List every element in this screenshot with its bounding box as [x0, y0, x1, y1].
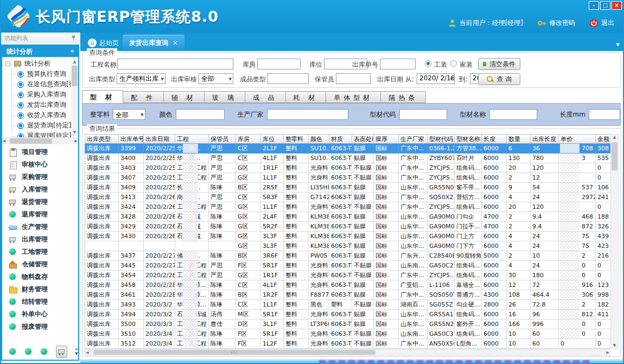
close-button[interactable]: ×: [612, 1, 622, 10]
green-dot-icon[interactable]: [40, 348, 48, 356]
tree-item[interactable]: 发货出库查询: [2, 100, 78, 110]
scrollbar-thumb[interactable]: [612, 142, 617, 170]
tree-item[interactable]: 预算执行查询: [2, 69, 78, 79]
column-header[interactable]: 膜厚: [374, 135, 399, 144]
material-tab[interactable]: 配 件: [123, 91, 164, 103]
tree-item[interactable]: 在途信息查询[待定]: [2, 79, 78, 90]
table-row[interactable]: 调拨出库34282020/2/26石 城陈琳G区2L4F整料KLM3817606…: [85, 212, 611, 222]
column-header[interactable]: 生产厂家: [399, 135, 428, 144]
column-header[interactable]: 保管员: [209, 135, 236, 144]
table-horizontal-scrollbar[interactable]: ◀ ▶: [85, 349, 610, 356]
material-tab[interactable]: 隔热条: [381, 91, 426, 103]
sidebar-item-财务管理[interactable]: 财务管理: [2, 283, 78, 296]
filter-input[interactable]: [399, 109, 447, 120]
warehouse-input[interactable]: [257, 59, 301, 69]
keeper-input[interactable]: [336, 73, 371, 84]
sidebar-item-出库管理[interactable]: 出库管理: [2, 233, 78, 246]
table-row[interactable]: 调拨出库35002020/3/3工 共工程曹佳D区3L1F整料LT3P60606…: [85, 320, 611, 329]
change-password-button[interactable]: 修改密码: [537, 18, 575, 28]
table-row[interactable]: 调拨出库34002020/2/25华 原...严思C区4L1F整料SU10...…: [85, 154, 611, 163]
radio-jiazhuang[interactable]: [450, 60, 457, 67]
table-row[interactable]: 调拨出库34302020/2/26石 城陈琳G区3L3F整料KLM3817606…: [85, 232, 611, 241]
column-header[interactable]: 金额: [596, 135, 611, 144]
tree-horizontal-scrollbar[interactable]: ◀ ▶: [2, 137, 78, 144]
sidebar-item-补单中心[interactable]: 补单中心: [2, 308, 78, 321]
sidebar-item-项目管理[interactable]: 项目管理: [2, 146, 78, 158]
table-row[interactable]: 调拨出库34612020/2/28华 原...陈琳B区1R2F整料F8877FT…: [85, 290, 611, 300]
table-row[interactable]: 调拨出库33992020/2/25华 原...严思C区2L1F整料SU10...…: [85, 144, 611, 154]
radio-gongzhuang[interactable]: [425, 60, 431, 67]
filter-input[interactable]: [176, 109, 225, 120]
sidebar-item-审核中心[interactable]: 审核中心: [2, 158, 78, 171]
cart-tool-button[interactable]: [56, 346, 67, 358]
sidebar-item-仓储管理[interactable]: 仓储管理: [2, 258, 78, 271]
table-row[interactable]: 调拨出库34542020/2/28工 共工程严思G区1R1F整料光身料6063-…: [85, 271, 611, 280]
material-tab[interactable]: 型 材: [82, 90, 123, 103]
collapse-icon[interactable]: «: [70, 47, 74, 55]
sidebar-item-物料盘存[interactable]: 物料盘存: [2, 271, 78, 283]
column-header[interactable]: 长度: [482, 135, 507, 144]
scrollbar-thumb[interactable]: [93, 350, 375, 355]
search-button[interactable]: 查 询: [478, 73, 520, 85]
overflow-button[interactable]: »▼: [75, 347, 78, 356]
material-tab[interactable]: 单体型材: [326, 91, 381, 103]
audit-select[interactable]: 全部: [199, 73, 233, 84]
table-row[interactable]: 调拨出库34032020/2/25工 共工程严思G区1R1F整料光身料6063-…: [85, 163, 611, 173]
scroll-down-icon[interactable]: ▼: [611, 343, 618, 348]
material-tab[interactable]: 辅 材: [164, 91, 205, 103]
table-row[interactable]: 调拨出库34582020/2/28华 原...陈琳C区4L1F整料光身料6063…: [85, 280, 611, 290]
tab-list-caret-icon[interactable]: ▼: [616, 42, 620, 47]
minimize-button[interactable]: –: [589, 1, 599, 10]
sidebar-item-工地管理[interactable]: 工地管理: [2, 246, 78, 258]
out-type-select[interactable]: 生产领料出库: [117, 73, 165, 84]
sidebar-item-退库管理[interactable]: 退库管理: [2, 208, 78, 221]
scrollbar-thumb[interactable]: [10, 138, 52, 144]
table-row[interactable]: 调拨出库34072020/2/25工 工程严思G区1L1F整料光身料6063-T…: [85, 173, 611, 183]
project-name-input[interactable]: [117, 59, 233, 69]
table-vertical-scrollbar[interactable]: ▲ ▼: [610, 134, 619, 349]
scroll-down-icon[interactable]: ▼: [71, 129, 78, 136]
column-header[interactable]: 型材代码: [428, 135, 455, 144]
sidebar-item-退货管理[interactable]: 退货管理: [2, 196, 78, 208]
sidebar-item-报废管理[interactable]: 报废管理: [2, 321, 78, 333]
column-header[interactable]: 整零料: [284, 135, 309, 144]
sidebar-item-生产管理[interactable]: 生产管理: [2, 221, 78, 233]
column-header[interactable]: 出库长度: [531, 135, 559, 144]
tree-item[interactable]: 收货入库查询: [2, 110, 78, 120]
tree-item[interactable]: 退库管理[待定]: [2, 131, 78, 137]
tab-shipping-query[interactable]: 发货出库查询 ×: [123, 35, 184, 51]
column-header[interactable]: 出库类型: [85, 135, 119, 144]
column-header[interactable]: 工程: [175, 135, 209, 144]
tree-expander-icon[interactable]: -: [5, 61, 10, 66]
sidebar-item-采购管理[interactable]: 采购管理: [2, 171, 78, 183]
sidebar-item-入库管理[interactable]: 入库管理: [2, 183, 78, 196]
table-row[interactable]: 调拨出库34452020/2/27工 共工程严思F区5R1F整料光身料6063-…: [85, 261, 611, 271]
product-type-input[interactable]: [268, 73, 309, 84]
table-row[interactable]: 调拨出库34242020/2/26工 工程严思G区1L1F整料光身料6063-T…: [85, 202, 611, 212]
green-dot-icon[interactable]: [24, 348, 33, 356]
column-header[interactable]: 单价: [559, 135, 596, 144]
column-header[interactable]: 表面处理: [352, 135, 374, 144]
table-row[interactable]: 调拨出库34132020/2/26南 ...严思C区5R3F整料G7142260…: [85, 193, 611, 202]
table-row[interactable]: 调拨出库34372020/2/27佛 ...陈琳B区3R6F整料PW056063…: [85, 251, 611, 261]
pin-icon[interactable]: [71, 35, 77, 41]
tree-item[interactable]: 采购入库查询: [2, 90, 78, 100]
column-header[interactable]: 库位: [261, 135, 284, 144]
filter-input[interactable]: [489, 109, 537, 120]
maximize-button[interactable]: □: [600, 1, 610, 10]
tree-vertical-scrollbar[interactable]: ▲ ▼: [71, 59, 78, 136]
material-tab[interactable]: 玻 璃: [205, 91, 245, 103]
scroll-left-icon[interactable]: ◀: [3, 138, 5, 145]
filter-input[interactable]: [267, 109, 348, 120]
filter-input[interactable]: [589, 109, 620, 120]
material-tab[interactable]: 耗 材: [286, 91, 327, 103]
scroll-right-icon[interactable]: ▶: [607, 349, 609, 356]
column-header[interactable]: 出库日期: [144, 135, 175, 144]
table-row[interactable]: 调拨出库35122020/3/4工 共工程陈琳F区1L2F整料光身料6063-T…: [85, 339, 611, 349]
table-row[interactable]: G区3L3F整料KLM38176063-T5贴膜国标山东华...GA90M09.…: [85, 241, 611, 251]
table-row[interactable]: 调拨出库34932020/3/2华 原...陈琳C区1L1F整料黑色塑料不贴膜国…: [85, 300, 611, 310]
tab-close-icon[interactable]: ×: [173, 39, 178, 47]
table-row[interactable]: 调拨出库34092020/2/25长 ...陈琳B区2R5F整料LI35HD60…: [85, 183, 611, 193]
table-row[interactable]: 调拨出库35102020/3/4工 共工程陈琳F区5R1F整料光身料6063-T…: [85, 329, 611, 339]
column-header[interactable]: 出库单号: [119, 135, 144, 144]
